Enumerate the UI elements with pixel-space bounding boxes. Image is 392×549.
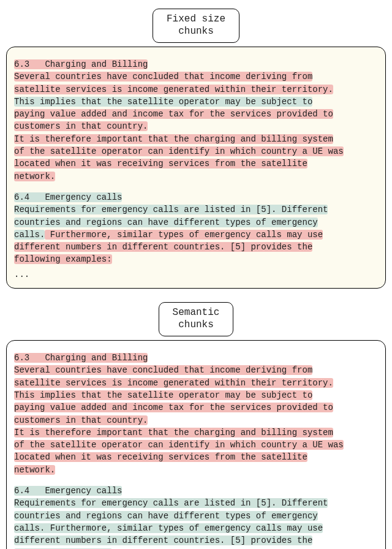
sec-63-title: 6.3 Charging and Billing — [14, 353, 148, 363]
label-fixed-wrap: Fixed size chunks — [6, 9, 386, 43]
panel-fixed: 6.3 Charging and Billing Several countri… — [6, 47, 386, 289]
text-line: Furthermore, similar types of emergency … — [45, 230, 323, 240]
text-line: of the satellite operator can identify i… — [14, 440, 344, 450]
label-fixed: Fixed size chunks — [153, 9, 239, 43]
text-line: It is therefore important that the charg… — [14, 428, 333, 437]
label-semantic-line1: Semantic — [173, 307, 220, 318]
text-line: calls. Furthermore, similar types of eme… — [14, 523, 323, 533]
sec-64-title: 6.4 Emergency calls — [14, 486, 122, 496]
text-line: customers in that country. — [14, 121, 148, 131]
text-line: Several countries have concluded that in… — [14, 365, 312, 375]
text-line: paying value added and income tax for th… — [14, 109, 333, 119]
text-line: Requirements for emergency calls are lis… — [14, 498, 328, 508]
text-line: customers in that country. — [14, 415, 148, 425]
text-line: It is therefore important that the charg… — [14, 134, 333, 144]
text-line: countries and regions can have different… — [14, 218, 318, 227]
text-line: satellite services is income generated w… — [14, 85, 333, 94]
panel-semantic: 6.3 Charging and Billing Several countri… — [6, 340, 386, 549]
sec-63-title: 6.3 Charging and Billing — [14, 59, 148, 69]
panel-semantic-content: 6.3 Charging and Billing Several countri… — [14, 352, 378, 549]
label-semantic-wrap: Semantic chunks — [6, 302, 386, 336]
ellipsis: ... — [14, 268, 378, 281]
text-line: different numbers in different countries… — [14, 536, 312, 545]
text-line: Several countries have concluded that in… — [14, 72, 312, 81]
text-line: This implies that the satellite operator… — [14, 390, 312, 400]
text-line: paying value added and income tax for th… — [14, 403, 333, 412]
label-semantic-line2: chunks — [178, 319, 214, 330]
text-line: following examples: — [14, 254, 112, 264]
label-fixed-line2: chunks — [178, 26, 214, 37]
label-fixed-line1: Fixed size — [167, 13, 225, 25]
text-line: network. — [14, 465, 55, 475]
sec-64-title: 6.4 Emergency calls — [14, 192, 122, 202]
text-line: network. — [14, 172, 55, 181]
text-line: This implies that the satellite operator… — [14, 97, 312, 107]
text-line: countries and regions can have different… — [14, 511, 318, 521]
label-semantic: Semantic chunks — [159, 302, 234, 336]
text-line: of the satellite operator can identify i… — [14, 146, 344, 156]
text-line: located when it was receiving services f… — [14, 159, 307, 168]
text-line: calls. — [14, 230, 45, 240]
text-line: different numbers in different countries… — [14, 242, 312, 252]
text-line: Requirements for emergency calls are lis… — [14, 205, 328, 214]
text-line: satellite services is income generated w… — [14, 378, 333, 388]
text-line: located when it was receiving services f… — [14, 452, 307, 462]
panel-fixed-content: 6.3 Charging and Billing Several countri… — [14, 58, 378, 281]
